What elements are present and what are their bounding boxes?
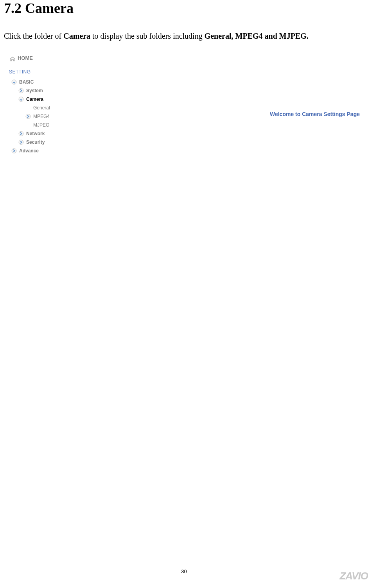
ui-screenshot: HOME SETTING BASIC System Camera (4, 50, 360, 200)
desc-part1: Click the folder of (4, 32, 63, 40)
setting-heading: SETTING (4, 69, 74, 75)
svg-point-3 (26, 114, 31, 119)
expand-icon (25, 114, 31, 119)
camera-label: Camera (26, 97, 43, 102)
home-label: HOME (18, 55, 33, 61)
mjpeg-label: MJPEG (33, 122, 49, 128)
advance-label: Advance (19, 148, 39, 154)
nav-basic[interactable]: BASIC (7, 78, 74, 86)
svg-point-1 (19, 88, 23, 93)
expand-icon (18, 139, 24, 145)
page-number: 30 (181, 568, 187, 574)
nav-home[interactable]: HOME (7, 54, 72, 65)
svg-point-0 (12, 80, 16, 84)
security-label: Security (26, 139, 45, 145)
nav-advance[interactable]: Advance (7, 147, 74, 155)
svg-point-6 (12, 148, 16, 153)
expand-icon (18, 88, 24, 93)
desc-bold2: General, MPEG4 and MJPEG. (205, 32, 309, 40)
section-description: Click the folder of Camera to display th… (4, 28, 364, 44)
home-icon (10, 56, 15, 61)
basic-label: BASIC (19, 79, 34, 85)
svg-point-2 (19, 97, 23, 102)
expand-icon (11, 148, 17, 154)
nav-general[interactable]: General (7, 104, 74, 112)
nav-network[interactable]: Network (7, 129, 74, 138)
sidebar: HOME SETTING BASIC System Camera (4, 50, 74, 198)
nav-mpeg4[interactable]: MPEG4 (7, 112, 74, 121)
spacer (25, 105, 31, 111)
svg-point-4 (19, 131, 23, 136)
network-label: Network (26, 131, 45, 136)
expand-icon (11, 79, 17, 85)
desc-bold1: Camera (63, 32, 90, 40)
svg-point-5 (19, 140, 23, 145)
general-label: General (33, 105, 50, 111)
mpeg4-label: MPEG4 (33, 114, 50, 119)
welcome-message: Welcome to Camera Settings Page (270, 111, 360, 117)
nav-security[interactable]: Security (7, 138, 74, 147)
system-label: System (26, 88, 43, 93)
nav-tree: BASIC System Camera General (4, 78, 74, 155)
nav-mjpeg[interactable]: MJPEG (7, 121, 74, 129)
nav-camera[interactable]: Camera (7, 95, 74, 104)
desc-part2: to display the sub folders including (90, 32, 205, 40)
expand-icon (18, 131, 24, 136)
section-heading: 7.2 Camera (4, 0, 364, 16)
spacer (25, 122, 31, 128)
nav-system[interactable]: System (7, 86, 74, 95)
expand-icon (18, 97, 24, 102)
brand-logo: ZAVIO (339, 570, 368, 582)
